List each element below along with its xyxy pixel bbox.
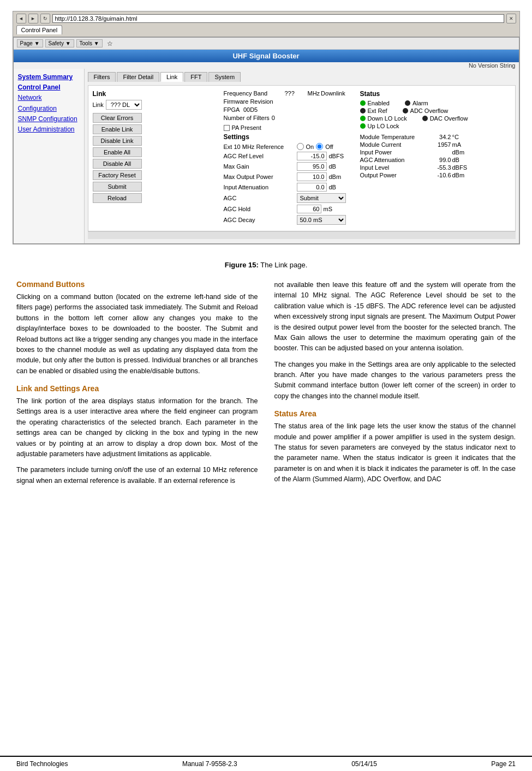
back-button[interactable]: ◄: [16, 14, 26, 23]
input-power-unit: dBm: [452, 149, 469, 156]
fpga-value: 00D5: [243, 106, 258, 113]
adc-overflow-label: ADC Overflow: [410, 107, 449, 114]
two-col-layout: Command Buttons Clicking on a command bu…: [16, 280, 516, 492]
enable-link-button[interactable]: Enable Link: [93, 124, 142, 134]
enabled-dot: [360, 100, 366, 106]
forward-button[interactable]: ►: [28, 14, 38, 23]
clear-errors-button[interactable]: Clear Errors: [93, 113, 142, 123]
sidebar-item-system-summary[interactable]: System Summary: [18, 72, 80, 82]
ext-ref-dot: [360, 108, 366, 113]
input-atten-unit: dB: [329, 184, 348, 190]
max-gain-input[interactable]: [297, 162, 327, 171]
footer-right: Page 21: [491, 760, 516, 768]
input-atten-input[interactable]: [297, 183, 327, 192]
column-1: Command Buttons Clicking on a command bu…: [16, 280, 258, 492]
page-menu-button[interactable]: Page ▼: [17, 39, 43, 47]
input-atten-label: Input Attenuation: [224, 184, 295, 190]
input-level-label: Input Level: [360, 164, 426, 171]
link-dropdown-row: Link ??? DL: [93, 100, 218, 110]
output-power-row: Output Power -10.6 dBm: [360, 172, 511, 178]
pa-present-label: PA Present: [232, 124, 261, 131]
app-window: Page ▼ Safety ▼ Tools ▼ ☆ UHF Signal Boo…: [13, 37, 519, 244]
figure-caption: Figure 15: The Link page.: [16, 261, 516, 269]
disable-all-button[interactable]: Disable All: [93, 159, 142, 169]
module-temp-value: 34.2: [427, 134, 451, 140]
page-footer: Bird Technologies Manual 7-9558-2.3 05/1…: [0, 756, 532, 771]
max-output-input[interactable]: [297, 172, 327, 181]
module-temp-unit: °C: [452, 134, 469, 140]
agc-atten-row: AGC Attenuation 99.0 dB: [360, 157, 511, 163]
agc-ref-input[interactable]: [297, 152, 327, 160]
sidebar-item-snmp-config[interactable]: SNMP Configuration: [18, 114, 80, 124]
sidebar: System Summary Control Panel Network Con…: [14, 69, 85, 243]
tools-menu-button[interactable]: Tools ▼: [76, 39, 103, 47]
link-section: Link Link ??? DL Clear Errors Enable Lin…: [93, 90, 218, 226]
freq-band-unit: MHz: [308, 90, 320, 97]
page-content: Figure 15: The Link page. Command Button…: [0, 261, 532, 492]
tab-filter-detail[interactable]: Filter Detail: [117, 72, 159, 82]
tab-fft[interactable]: FFT: [184, 72, 207, 82]
tab-link[interactable]: Link: [160, 72, 183, 82]
address-bar[interactable]: http://10.128.3.78/guimain.html: [52, 14, 504, 23]
max-gain-row: Max Gain dB: [224, 162, 349, 171]
max-output-unit: dBm: [329, 174, 348, 180]
submit-button[interactable]: Submit: [93, 182, 142, 192]
app-toolbar: Page ▼ Safety ▼ Tools ▼ ☆: [14, 38, 519, 50]
browser-tab[interactable]: Control Panel: [16, 25, 63, 34]
fpga-row: FPGA 00D5: [224, 106, 355, 113]
down-lo-label: Down LO Lock: [368, 115, 407, 122]
fpga-label: FPGA: [224, 106, 240, 113]
safety-menu-button[interactable]: Safety ▼: [45, 39, 74, 47]
sidebar-item-control-panel[interactable]: Control Panel: [18, 82, 80, 93]
agc-atten-unit: dB: [452, 157, 469, 163]
up-lo-label: Up LO Lock: [368, 123, 399, 129]
num-filters-row: Number of Filters 0: [224, 115, 355, 121]
ext10-on-label: On: [306, 144, 314, 150]
settings-title: Settings: [224, 133, 349, 141]
dac-overflow-dot: [422, 116, 428, 121]
agc-select[interactable]: Submit: [297, 193, 346, 203]
footer-left: Bird Technologies: [16, 760, 68, 768]
close-button[interactable]: ✕: [506, 14, 516, 23]
input-atten-row: Input Attenuation dB: [224, 183, 349, 192]
command-buttons-text: Clicking on a command button (located on…: [16, 292, 258, 376]
max-gain-label: Max Gain: [224, 163, 295, 170]
freq-band-value: ???: [285, 90, 307, 97]
factory-reset-button[interactable]: Factory Reset: [93, 170, 142, 180]
firmware-row: Firmware Revision: [224, 98, 355, 105]
ext10-off-radio[interactable]: [316, 143, 323, 150]
agc-decay-label: AGC Decay: [224, 217, 295, 223]
module-temp-row: Module Temperature 34.2 °C: [360, 134, 511, 140]
tabs-bar: Filters Filter Detail Link FFT System: [88, 72, 516, 82]
status-row-ext-ref: Ext Ref ADC Overflow: [360, 107, 511, 114]
input-power-row: Input Power dBm: [360, 149, 511, 156]
footer-date: 05/14/15: [351, 760, 377, 768]
module-current-unit: mA: [452, 141, 469, 148]
ext10-on-radio[interactable]: [297, 143, 304, 150]
module-current-label: Module Current: [360, 141, 426, 148]
disable-link-button[interactable]: Disable Link: [93, 136, 142, 146]
col2-text-1: not available then leave this feature of…: [274, 280, 516, 354]
ext-ref-label: Ext Ref: [368, 107, 387, 114]
reload-button[interactable]: Reload: [93, 193, 142, 203]
link-section-title: Link: [93, 90, 218, 98]
pa-present-checkbox[interactable]: [224, 125, 230, 131]
agc-decay-select[interactable]: 50.0 mS: [297, 215, 346, 225]
refresh-button[interactable]: ↻: [40, 14, 50, 23]
link-dropdown[interactable]: ??? DL: [106, 100, 142, 110]
status-title: Status: [360, 90, 511, 98]
address-text: http://10.128.3.78/guimain.html: [55, 15, 138, 22]
max-output-label: Max Output Power: [224, 174, 295, 180]
tab-filters[interactable]: Filters: [88, 72, 116, 82]
agc-hold-input[interactable]: [297, 205, 321, 213]
scrollbar[interactable]: [88, 231, 516, 239]
status-row-enabled: Enabled Alarm: [360, 100, 511, 106]
enable-all-button[interactable]: Enable All: [93, 147, 142, 157]
sidebar-item-user-admin[interactable]: User Administration: [18, 124, 80, 135]
firmware-label: Firmware Revision: [224, 98, 273, 105]
sidebar-item-network-config[interactable]: Network Configuration: [18, 93, 80, 113]
output-power-label: Output Power: [360, 172, 426, 178]
tab-system[interactable]: System: [208, 72, 241, 82]
output-power-value: -10.6: [427, 172, 451, 178]
agc-atten-value: 99.0: [427, 157, 451, 163]
